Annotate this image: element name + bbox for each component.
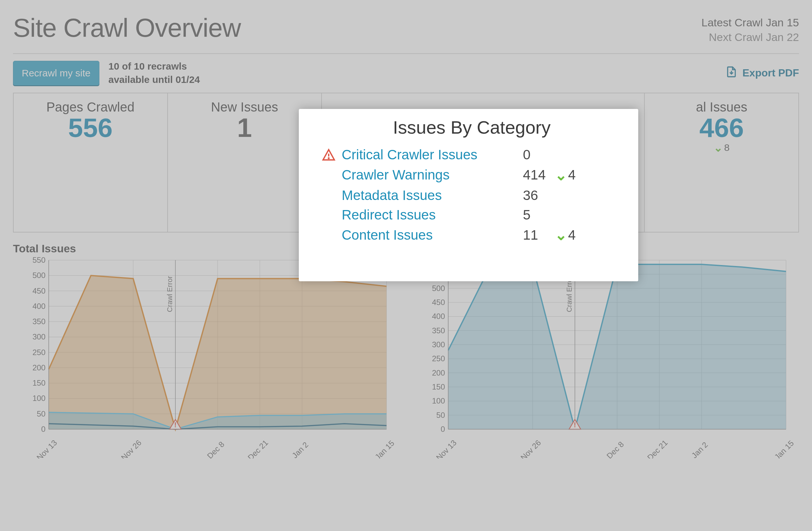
svg-text:200: 200 bbox=[32, 363, 45, 372]
stat-value-partial: 466 bbox=[645, 112, 798, 143]
action-row: Recrawl my site 10 of 10 recrawls availa… bbox=[13, 60, 799, 86]
recrawl-availability: 10 of 10 recrawls available until 01/24 bbox=[108, 60, 200, 86]
svg-text:0: 0 bbox=[41, 425, 45, 433]
svg-text:200: 200 bbox=[432, 368, 445, 377]
export-pdf-link[interactable]: Export PDF bbox=[725, 65, 799, 81]
category-count: 0 bbox=[523, 145, 549, 165]
category-link[interactable]: Content Issues bbox=[342, 225, 517, 245]
recrawl-button[interactable]: Recrawl my site bbox=[13, 61, 99, 85]
category-row: Crawler Warnings414⌄4 bbox=[321, 165, 622, 186]
svg-text:450: 450 bbox=[432, 298, 445, 307]
svg-text:300: 300 bbox=[32, 332, 45, 341]
crawl-dates: Latest Crawl Jan 15 Next Crawl Jan 22 bbox=[701, 16, 799, 44]
chevron-down-icon: ⌄ bbox=[714, 141, 723, 154]
category-row: Redirect Issues5 bbox=[321, 205, 622, 225]
svg-text:400: 400 bbox=[432, 312, 445, 321]
svg-text:100: 100 bbox=[432, 396, 445, 405]
stat-value: 1 bbox=[168, 112, 321, 143]
svg-text:50: 50 bbox=[436, 411, 445, 419]
svg-text:Nov 13: Nov 13 bbox=[435, 438, 458, 459]
svg-text:50: 50 bbox=[37, 409, 45, 418]
svg-text:Jan 2: Jan 2 bbox=[290, 440, 310, 459]
svg-text:Dec 8: Dec 8 bbox=[605, 439, 625, 459]
svg-text:Crawl Error: Crawl Error bbox=[166, 276, 174, 312]
svg-text:Nov 26: Nov 26 bbox=[519, 438, 543, 459]
popup-title: Issues By Category bbox=[321, 117, 622, 138]
category-count: 36 bbox=[523, 186, 549, 205]
svg-text:150: 150 bbox=[32, 378, 45, 387]
export-label: Export PDF bbox=[742, 67, 799, 79]
next-crawl-label: Next Crawl Jan 22 bbox=[701, 31, 799, 44]
recrawl-info-line2: available until 01/24 bbox=[108, 73, 200, 86]
category-delta: ⌄4 bbox=[555, 224, 576, 246]
svg-text:500: 500 bbox=[32, 271, 45, 280]
svg-text:Crawl Error: Crawl Error bbox=[565, 276, 573, 312]
svg-text:550: 550 bbox=[32, 257, 45, 264]
svg-text:350: 350 bbox=[32, 317, 45, 326]
svg-text:Dec 21: Dec 21 bbox=[246, 438, 270, 459]
page-title: Site Crawl Overview bbox=[13, 13, 241, 43]
svg-text:100: 100 bbox=[32, 394, 45, 403]
svg-text:Dec 8: Dec 8 bbox=[205, 439, 226, 459]
category-link[interactable]: Critical Crawler Issues bbox=[342, 145, 517, 165]
svg-text:Nov 13: Nov 13 bbox=[35, 438, 59, 459]
svg-text:!: ! bbox=[174, 421, 176, 429]
svg-text:Jan 2: Jan 2 bbox=[690, 440, 710, 459]
chart-svg-left: 050100150200250300350400450500550Nov 13N… bbox=[13, 257, 400, 459]
category-row: Critical Crawler Issues0 bbox=[321, 145, 622, 165]
svg-text:250: 250 bbox=[32, 348, 45, 357]
delta-value: 8 bbox=[724, 142, 729, 153]
latest-crawl-label: Latest Crawl Jan 15 bbox=[701, 16, 799, 29]
stat-pages-crawled[interactable]: Pages Crawled 556 bbox=[14, 93, 168, 232]
warning-triangle-icon bbox=[321, 148, 336, 162]
chevron-down-icon: ⌄ bbox=[555, 165, 567, 186]
stat-delta: ⌄ 8 bbox=[714, 141, 729, 154]
chevron-down-icon: ⌄ bbox=[555, 224, 567, 246]
category-row: Metadata Issues36 bbox=[321, 186, 622, 205]
svg-point-84 bbox=[328, 158, 329, 158]
issues-by-category-popup: Issues By Category Critical Crawler Issu… bbox=[299, 109, 638, 281]
category-delta: ⌄4 bbox=[555, 165, 576, 186]
svg-text:Nov 26: Nov 26 bbox=[119, 438, 143, 459]
svg-text:0: 0 bbox=[441, 425, 445, 433]
svg-text:Dec 21: Dec 21 bbox=[646, 438, 669, 459]
svg-text:Jan 15: Jan 15 bbox=[373, 439, 396, 459]
category-count: 414 bbox=[523, 165, 549, 185]
svg-text:500: 500 bbox=[432, 284, 445, 293]
recrawl-info-line1: 10 of 10 recrawls bbox=[108, 60, 200, 73]
category-link[interactable]: Redirect Issues bbox=[342, 205, 517, 225]
stat-total-issues[interactable]: al Issues 466 ⌄ 8 bbox=[645, 93, 798, 232]
category-link[interactable]: Crawler Warnings bbox=[342, 165, 517, 185]
category-row: Content Issues11⌄4 bbox=[321, 224, 622, 246]
category-link[interactable]: Metadata Issues bbox=[342, 186, 517, 205]
svg-text:300: 300 bbox=[432, 340, 445, 349]
page-header: Site Crawl Overview Latest Crawl Jan 15 … bbox=[13, 13, 799, 54]
svg-text:!: ! bbox=[574, 421, 576, 429]
download-icon bbox=[725, 65, 738, 81]
svg-text:350: 350 bbox=[432, 326, 445, 335]
svg-text:450: 450 bbox=[32, 287, 45, 295]
svg-text:250: 250 bbox=[432, 354, 445, 363]
svg-text:Jan 15: Jan 15 bbox=[773, 439, 795, 459]
category-count: 11 bbox=[523, 225, 549, 245]
svg-text:400: 400 bbox=[32, 302, 45, 310]
svg-text:150: 150 bbox=[432, 382, 445, 391]
chart-svg-right: 050100150200250300350400450500550600Nov … bbox=[412, 257, 799, 459]
category-count: 5 bbox=[523, 205, 549, 225]
stat-value: 556 bbox=[14, 112, 167, 143]
